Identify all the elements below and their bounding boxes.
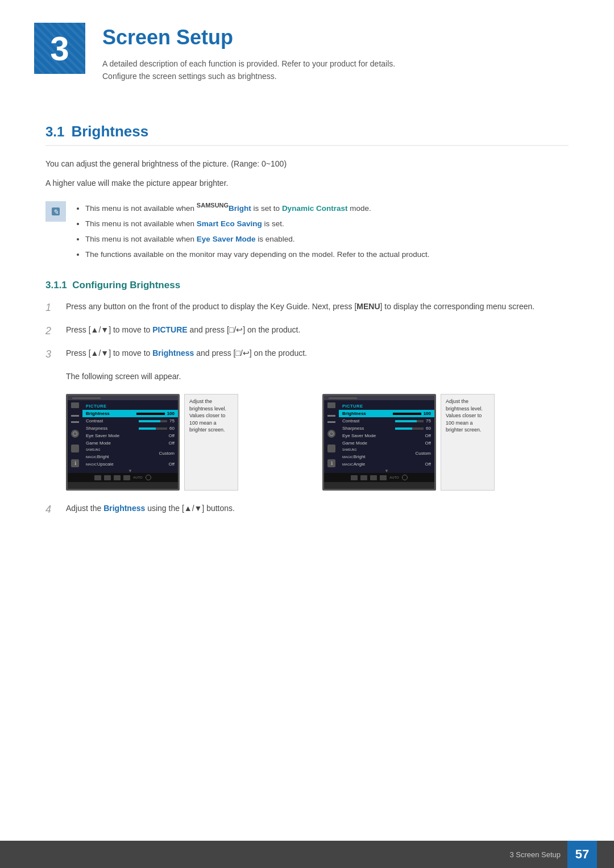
monitor-screen-2: ℹ PICTURE Brightness — [322, 394, 436, 491]
menu-item-sharpness-1: Sharpness 60 — [82, 425, 178, 432]
step-num-2: 2 — [45, 323, 61, 339]
monitor-1-wrapper: ℹ PICTURE Brightness — [66, 394, 312, 491]
menu-item-magicup-1: MAGICUpscale Off — [82, 460, 178, 468]
monitor-2-wrapper: ℹ PICTURE Brightness — [322, 394, 569, 491]
section-intro-2: A higher value will make the picture app… — [45, 177, 569, 190]
section-intro-1: You can adjust the general brightness of… — [45, 157, 569, 171]
monitor-screen-1: ℹ PICTURE Brightness — [66, 394, 180, 491]
menu-item-brightness-1: Brightness 100 — [82, 410, 178, 417]
chapter-desc-2: Configure the screen settings such as br… — [102, 70, 395, 82]
step-num-4: 4 — [45, 502, 61, 517]
chapter-title-area: Screen Setup A detailed description of e… — [102, 23, 395, 83]
chapter-desc-1: A detailed description of each function … — [102, 57, 395, 70]
menu-item-magicbright-2: SAMSUNGMAGICBright Custom — [339, 447, 434, 460]
menu-item-eyesaver-1: Eye Saver Mode Off — [82, 432, 178, 439]
page-footer: 3 Screen Setup 57 — [0, 841, 614, 868]
menu-item-gamemode-2: Game Mode Off — [339, 439, 434, 447]
tooltip-2: Adjust the brightness level. Values clos… — [441, 394, 495, 491]
menu-item-contrast-1: Contrast 75 — [82, 417, 178, 425]
section-number: 3.1 — [45, 124, 64, 140]
note-list: This menu is not available when SAMSUNGB… — [75, 200, 430, 263]
step-text-3: Press [▲/▼] to move to Brightness and pr… — [66, 347, 569, 359]
chapter-header: 3 Screen Setup A detailed description of… — [0, 0, 614, 94]
note-box: ✎ This menu is not available when SAMSUN… — [45, 200, 569, 263]
section-title: Brightness — [71, 123, 148, 140]
note-item-1: This menu is not available when SAMSUNGB… — [85, 200, 430, 215]
step-text-2: Press [▲/▼] to move to PICTURE and press… — [66, 323, 569, 336]
section-heading: 3.1 Brightness — [45, 123, 569, 146]
step-1: 1 Press any button on the front of the p… — [45, 300, 569, 315]
monitors-container: ℹ PICTURE Brightness — [66, 394, 569, 491]
menu-label-2: PICTURE — [339, 402, 434, 410]
note-item-2: This menu is not available when Smart Ec… — [85, 218, 430, 231]
step-3: 3 Press [▲/▼] to move to Brightness and … — [45, 347, 569, 362]
subsection-title: Configuring Brightness — [72, 280, 180, 290]
chapter-title: Screen Setup — [102, 26, 395, 49]
chapter-number: 3 — [50, 29, 69, 68]
subsection-heading: 3.1.1 Configuring Brightness — [45, 280, 569, 291]
chapter-number-box: 3 — [34, 23, 85, 74]
pencil-icon: ✎ — [50, 206, 61, 217]
step-num-3: 3 — [45, 347, 61, 362]
steps-list: 1 Press any button on the front of the p… — [45, 300, 569, 517]
subsection-number: 3.1.1 — [45, 280, 67, 290]
menu-item-contrast-2: Contrast 75 — [339, 417, 434, 425]
step-num-1: 1 — [45, 300, 61, 315]
svg-text:✎: ✎ — [53, 208, 59, 216]
step-2: 2 Press [▲/▼] to move to PICTURE and pre… — [45, 323, 569, 339]
footer-text: 3 Screen Setup — [509, 850, 561, 859]
step-3-sub: The following screen will appear. — [66, 370, 569, 383]
menu-item-eyesaver-2: Eye Saver Mode Off — [339, 432, 434, 439]
menu-item-brightness-2: Brightness 100 — [339, 410, 434, 417]
note-item-3: This menu is not available when Eye Save… — [85, 233, 430, 246]
menu-item-gamemode-1: Game Mode Off — [82, 439, 178, 447]
tooltip-1: Adjust the brightness level. Values clos… — [184, 394, 238, 491]
menu-label-1: PICTURE — [82, 402, 178, 410]
menu-item-magicbright-1: SAMSUNGMAGICBright Custom — [82, 447, 178, 460]
step-text-1: Press any button on the front of the pro… — [66, 300, 569, 313]
main-content: 3.1 Brightness You can adjust the genera… — [0, 94, 614, 548]
note-icon: ✎ — [45, 201, 66, 222]
page-number: 57 — [567, 841, 597, 868]
step-text-4: Adjust the Brightness using the [▲/▼] bu… — [66, 502, 569, 514]
menu-item-magicangle-2: MAGICAngle Off — [339, 460, 434, 468]
note-item-4: The functions available on the monitor m… — [85, 248, 430, 261]
menu-item-sharpness-2: Sharpness 60 — [339, 425, 434, 432]
step-4: 4 Adjust the Brightness using the [▲/▼] … — [45, 502, 569, 517]
